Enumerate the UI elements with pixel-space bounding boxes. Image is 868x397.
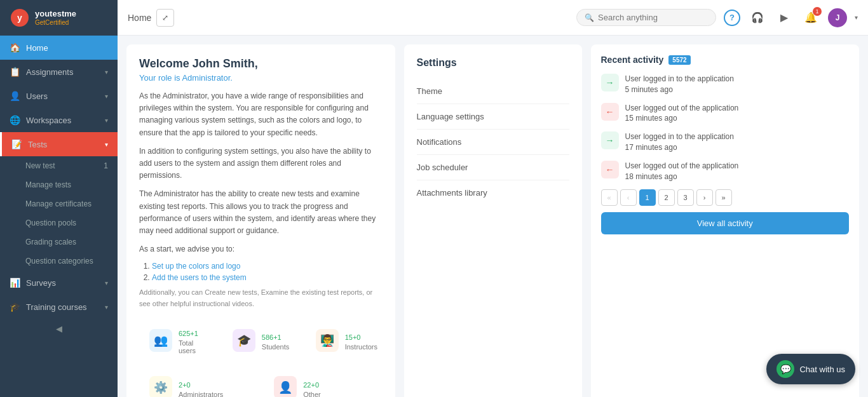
stats-row: 👥 625+1 Total users 🎓 586+1 Students xyxy=(139,318,383,397)
sidebar-item-label: Training courses xyxy=(26,302,87,312)
page-2-button[interactable]: 2 xyxy=(658,189,675,206)
avatar[interactable]: J xyxy=(828,8,847,27)
sidebar-sub-question-pools[interactable]: Question pools xyxy=(0,213,118,232)
sidebar-item-home[interactable]: 🏠 Home xyxy=(0,36,118,60)
activity-text: User logged in to the application xyxy=(625,131,734,142)
sidebar-item-assignments[interactable]: 📋 Assignments ▾ xyxy=(0,60,118,84)
bottom-text: Additionally, you can Create new tests, … xyxy=(139,287,383,309)
sidebar-item-surveys[interactable]: 📊 Surveys ▾ xyxy=(0,271,118,295)
stat-total-users: 👥 625+1 Total users xyxy=(139,318,216,362)
sidebar-item-workspaces[interactable]: 🌐 Workspaces ▾ xyxy=(0,108,118,132)
first-page-button[interactable]: « xyxy=(601,189,618,206)
breadcrumb-home: Home xyxy=(128,13,151,23)
settings-attachments[interactable]: Attachments library xyxy=(417,180,569,205)
app-tagline: GetCertified xyxy=(35,19,76,27)
students-icon: 🎓 xyxy=(233,329,255,352)
pagination: « ‹ 1 2 3 › » xyxy=(601,189,850,206)
activity-item: → User logged in to the application 17 m… xyxy=(601,131,850,153)
logout-icon: ← xyxy=(601,103,619,121)
surveys-icon: 📊 xyxy=(10,278,20,288)
help-button[interactable]: ? xyxy=(724,10,740,26)
instructors-icon: 👨‍🏫 xyxy=(316,329,339,352)
prev-page-button[interactable]: ‹ xyxy=(620,189,637,206)
activity-item: ← User logged out of the application 18 … xyxy=(601,161,850,182)
stat-instructors: 👨‍🏫 15+0 Instructors xyxy=(306,318,383,362)
notification-badge: 1 xyxy=(813,7,822,16)
welcome-para-1: As the Administrator, you have a wide ra… xyxy=(139,90,383,139)
welcome-para-2: In addition to configuring system settin… xyxy=(139,145,383,182)
chevron-icon: ▾ xyxy=(105,69,108,76)
last-page-button[interactable]: » xyxy=(715,189,732,206)
logo-area: y youtestme GetCertified xyxy=(0,0,118,36)
chevron-icon: ▾ xyxy=(105,141,108,148)
welcome-para-4: As a start, we advise you to: xyxy=(139,243,383,255)
total-users-icon: 👥 xyxy=(149,329,172,352)
sidebar-item-label: Surveys xyxy=(26,278,56,288)
sidebar-sub-manage-certs[interactable]: Manage certificates xyxy=(0,194,118,213)
stat-number: 625+1 xyxy=(179,326,206,339)
app-name: youtestme xyxy=(35,9,76,19)
welcome-para-3: The Administrator has the ability to cre… xyxy=(139,188,383,237)
expand-icon[interactable]: ⤢ xyxy=(156,9,174,27)
chevron-icon: ▾ xyxy=(105,93,108,100)
avatar-chevron-icon[interactable]: ▾ xyxy=(855,14,858,21)
activity-text: User logged in to the application xyxy=(625,74,734,84)
sidebar-item-label: Tests xyxy=(28,140,47,149)
stat-other: 👤 22+0 Other xyxy=(264,368,382,397)
chat-button[interactable]: 💬 Chat with us xyxy=(766,354,855,384)
sidebar-sub-manage-tests[interactable]: Manage tests xyxy=(0,175,118,194)
add-users-link[interactable]: Add the users to the system xyxy=(152,273,247,282)
activity-text: User logged out of the application xyxy=(625,161,739,172)
stat-number: 2+0 xyxy=(179,377,223,391)
logo-icon: y xyxy=(10,8,30,28)
next-page-button[interactable]: › xyxy=(696,189,713,206)
other-icon: 👤 xyxy=(274,376,297,397)
content-area: Welcome John Smith, Your role is Adminis… xyxy=(118,36,868,397)
page-3-button[interactable]: 3 xyxy=(677,189,694,206)
chevron-icon: ▾ xyxy=(105,117,108,124)
notification-button[interactable]: 🔔 1 xyxy=(801,8,820,27)
top-icons: ? 🎧 ▶ 🔔 1 J ▾ xyxy=(724,8,858,27)
stat-delta: +1 xyxy=(273,333,281,341)
settings-card: Settings Theme Language settings Notific… xyxy=(404,44,582,397)
settings-language[interactable]: Language settings xyxy=(417,104,569,130)
play-button[interactable]: ▶ xyxy=(775,8,794,27)
headset-button[interactable]: 🎧 xyxy=(748,8,767,27)
activity-header: Recent activity 5572 xyxy=(601,55,850,65)
users-icon: 👤 xyxy=(10,91,20,101)
tests-icon: 📝 xyxy=(11,139,22,149)
assignments-icon: 📋 xyxy=(10,67,20,77)
stat-label: Students xyxy=(262,343,289,351)
page-1-button[interactable]: 1 xyxy=(639,189,656,206)
sidebar-item-training[interactable]: 🎓 Training courses ▾ xyxy=(0,295,118,319)
welcome-card: Welcome John Smith, Your role is Adminis… xyxy=(126,44,395,397)
sidebar-item-tests[interactable]: 📝 Tests ▾ xyxy=(0,132,118,156)
search-box[interactable]: 🔍 xyxy=(576,9,716,26)
stat-delta: +0 xyxy=(182,381,191,389)
settings-theme[interactable]: Theme xyxy=(417,79,569,104)
view-all-activity-button[interactable]: View all activity xyxy=(601,212,850,234)
settings-notifications[interactable]: Notifications xyxy=(417,130,569,155)
sidebar-item-label: Assignments xyxy=(26,67,73,77)
home-icon: 🏠 xyxy=(10,43,20,53)
sidebar-collapse-button[interactable]: ◀ xyxy=(0,319,118,339)
activity-item: → User logged in to the application 5 mi… xyxy=(601,74,850,95)
collapse-icon: ◀ xyxy=(56,324,62,333)
setup-colors-link[interactable]: Set up the colors and logo xyxy=(152,262,240,271)
stat-delta: +1 xyxy=(190,330,198,337)
sidebar-sub-new-test[interactable]: New test 1 xyxy=(0,156,118,175)
sidebar-sub-grading-scales[interactable]: Grading scales xyxy=(0,232,118,252)
topbar: Home ⤢ 🔍 ? 🎧 ▶ 🔔 1 J ▾ xyxy=(118,0,868,36)
activity-time: 5 minutes ago xyxy=(625,84,734,95)
search-input[interactable] xyxy=(598,13,700,22)
sidebar-item-users[interactable]: 👤 Users ▾ xyxy=(0,84,118,108)
sidebar-sub-question-cats[interactable]: Question categories xyxy=(0,252,118,271)
settings-job-scheduler[interactable]: Job scheduler xyxy=(417,155,569,180)
role-label: Your role is Administrator. xyxy=(139,73,383,83)
chat-avatar-icon: 💬 xyxy=(776,360,794,378)
stat-label: Other xyxy=(303,391,321,397)
workspaces-icon: 🌐 xyxy=(10,115,20,125)
sidebar-item-label: Workspaces xyxy=(26,116,71,125)
activity-time: 15 minutes ago xyxy=(625,113,739,124)
stat-delta: +0 xyxy=(353,333,361,341)
